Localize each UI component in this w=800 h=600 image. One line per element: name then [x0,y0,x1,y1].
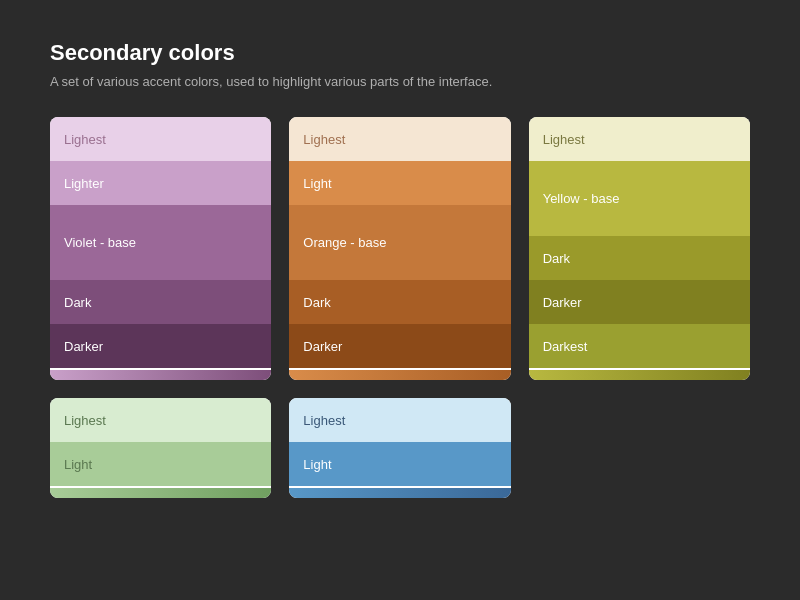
palette-card-blue: LighestLight [289,398,510,498]
swatch-orange-3: Dark [289,280,510,324]
palette-bar-yellow [529,370,750,380]
palettes-grid: LighestLighterViolet - baseDarkDarkerLig… [50,117,750,498]
page-title: Secondary colors [50,40,750,66]
swatch-green-0: Lighest [50,398,271,442]
palette-card-yellow: LighestYellow - baseDarkDarkerDarkest [529,117,750,380]
swatch-blue-0: Lighest [289,398,510,442]
swatch-orange-4: Darker [289,324,510,368]
palette-bar-green [50,488,271,498]
swatch-yellow-0: Lighest [529,117,750,161]
swatch-violet-4: Darker [50,324,271,368]
swatch-yellow-2: Dark [529,236,750,280]
swatch-green-1: Light [50,442,271,486]
page-subtitle: A set of various accent colors, used to … [50,74,750,89]
swatch-violet-1: Lighter [50,161,271,205]
swatch-orange-2: Orange - base [289,205,510,280]
palette-bar-blue [289,488,510,498]
swatch-violet-3: Dark [50,280,271,324]
palette-card-orange: LighestLightOrange - baseDarkDarker [289,117,510,380]
swatch-blue-1: Light [289,442,510,486]
swatch-orange-1: Light [289,161,510,205]
swatch-yellow-4: Darkest [529,324,750,368]
swatch-violet-2: Violet - base [50,205,271,280]
palette-bar-violet [50,370,271,380]
palette-card-violet: LighestLighterViolet - baseDarkDarker [50,117,271,380]
swatch-yellow-1: Yellow - base [529,161,750,236]
page-container: Secondary colors A set of various accent… [0,0,800,538]
palette-bar-orange [289,370,510,380]
palette-card-green: LighestLight [50,398,271,498]
swatch-yellow-3: Darker [529,280,750,324]
swatch-orange-0: Lighest [289,117,510,161]
swatch-violet-0: Lighest [50,117,271,161]
